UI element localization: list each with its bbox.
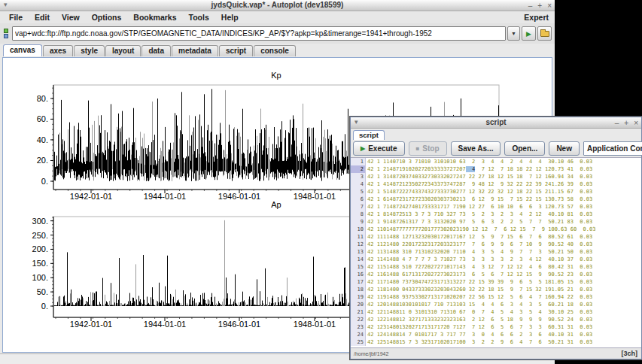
plot-title: Ap (271, 200, 281, 209)
y-tick-label: 300. (32, 217, 48, 226)
file-path-label: /home/jbf/1942 (351, 351, 621, 356)
x-tick-label: 1948-01-01 (294, 320, 336, 329)
editor-line[interactable]: 1542 1151488 510 7272027271017143 4 3 12… (351, 263, 641, 271)
caret-position-label: [3ch] (621, 350, 641, 357)
editor-line[interactable]: 2542 125148815 7 3 32317102017100 3 2 2 … (351, 338, 641, 346)
line-text: 42 1 814872513 3 7 3 710 327 73 5 2 3 2 … (366, 211, 592, 218)
expert-mode-label[interactable]: Expert (524, 13, 555, 22)
tab-metadata[interactable]: metadata (172, 45, 218, 56)
editor-line[interactable]: 1042 11014877777777201777302023190 12 12… (351, 226, 641, 233)
editor-line[interactable]: 1842 1181400 04337333023203043260 32 22 … (351, 286, 641, 293)
y-tick-label: 0. (41, 302, 48, 311)
x-tick-label: 1942-01-01 (70, 192, 112, 201)
address-bar: ▼ ▶ (0, 23, 555, 44)
address-input[interactable] (12, 26, 506, 41)
play-icon: ▶ (361, 145, 365, 152)
editor-line[interactable]: 1342 1131488 310 71310232020 7110 4 3 5 … (351, 248, 641, 256)
line-text: 42 12314801320271713171720 7127 7 12 6 5… (366, 323, 592, 331)
script-window-title: script (351, 118, 641, 126)
editor-line[interactable]: 1242 1121480 22017232317203323177 7 6 9 … (351, 241, 641, 248)
line-number: 25 (351, 338, 366, 346)
editor-line[interactable]: 1442 1141488 4 7 7 7 7 3 71027 73 3 3 3 … (351, 256, 641, 263)
editor-line[interactable]: 542 1 51487222743374327333730277 12 32 2… (351, 188, 641, 196)
tab-data[interactable]: data (141, 45, 171, 56)
minimize-button[interactable]: – (615, 120, 619, 127)
tab-canvas[interactable]: canvas (3, 44, 42, 56)
menu-help[interactable]: Help (215, 13, 245, 22)
line-number: 24 (351, 331, 366, 338)
tab-script[interactable]: script (353, 130, 385, 140)
editor-line[interactable]: 942 1 91487261317 7 3 3132020 97 5 6 3 2… (351, 218, 641, 226)
new-button[interactable]: New (549, 141, 580, 156)
editor-line[interactable]: 142 1 1140710 3 71010 3101010 63 2 3 4 4… (351, 158, 641, 165)
editor-line[interactable]: 742 1 714872427401733331717 7190 12 27 6… (351, 203, 641, 211)
editor-line[interactable]: 1942 1191488 93753302713171020207 22 56 … (351, 293, 641, 301)
line-number: 8 (351, 211, 366, 218)
tab-layout[interactable]: layout (105, 45, 141, 56)
editor-line[interactable]: 342 1 31487203740332730332027247 22 27 1… (351, 173, 641, 180)
execute-button[interactable]: ▶Execute (353, 141, 405, 156)
menu-tools[interactable]: Tools (183, 13, 215, 22)
editor-line[interactable]: 442 1 41487212350272343373747287 9 48 12… (351, 180, 641, 188)
script-editor[interactable]: 142 1 1140710 3 71010 3101010 63 2 3 4 4… (351, 157, 641, 347)
tab-axes[interactable]: axes (43, 45, 73, 56)
line-number: 11 (351, 233, 366, 241)
close-button[interactable]: × (547, 2, 552, 10)
folder-icon (540, 31, 549, 37)
editor-line[interactable]: 1742 1171480 73730474723171313227 22 15 … (351, 278, 641, 286)
script-titlebar[interactable]: ▾ script –+× (351, 117, 641, 129)
minimize-button[interactable]: – (528, 2, 533, 10)
editor-line[interactable]: 2442 124148814 7 0101717 3 717 77 3 0 4 … (351, 331, 641, 338)
editor-line[interactable]: 842 1 814872513 3 7 3 710 327 73 5 2 3 2… (351, 211, 641, 218)
menu-file[interactable]: File (3, 13, 29, 22)
application-context-button-label: Application Context (587, 144, 642, 153)
menu-bar: FileEditViewOptionsBookmarksToolsHelpExp… (0, 11, 555, 23)
menu-options[interactable]: Options (86, 13, 128, 22)
editor-line[interactable]: 2242 122148812 327171333232323163 2 12 6… (351, 316, 641, 323)
tab-script[interactable]: script (219, 45, 253, 56)
editor-line[interactable]: 242 1 21487191020272033333727207 4 7 12 … (351, 165, 641, 173)
y-tick-label: 200. (32, 244, 48, 253)
y-tick-label: 100. (32, 273, 48, 282)
editor-line[interactable]: 1642 1161488 61713172027273023173 6 5 6 … (351, 271, 641, 278)
tab-style[interactable]: style (74, 45, 105, 56)
save-as-button-label: Save As... (458, 144, 494, 153)
close-button[interactable]: × (634, 120, 638, 127)
address-dropdown-button[interactable]: ▼ (507, 26, 520, 41)
stop-button-label: Stop (422, 144, 439, 153)
play-icon: ▶ (526, 30, 531, 38)
maximize-button[interactable]: + (537, 2, 542, 10)
editor-line[interactable]: 2342 12314801320271713171720 7127 7 12 6… (351, 323, 641, 331)
line-number: 16 (351, 271, 366, 278)
save-as-button[interactable]: Save As... (451, 141, 501, 156)
y-tick-label: 60. (37, 114, 48, 123)
line-text: 42 1181400 04337333023203043260 32 22 18… (366, 286, 592, 293)
open-button[interactable]: Open... (504, 141, 545, 156)
line-text: 42 1 61487231727233020303730213 6 12 9 1… (366, 196, 592, 203)
datasource-type-icon[interactable] (3, 29, 10, 39)
editor-line[interactable]: 2042 12014881030101017 710 713103 15 4 4… (351, 301, 641, 308)
plot-go-button[interactable]: ▶ (522, 26, 536, 41)
editor-line[interactable]: 642 1 61487231727233020303730213 6 12 9 … (351, 196, 641, 203)
editor-line[interactable]: 1142 1111488 12713232030172017167 12 5 9… (351, 233, 641, 241)
line-number: 15 (351, 263, 366, 271)
main-titlebar[interactable]: ▾ jydsQuick.vap* - Autoplot (dev18599) –… (0, 0, 555, 11)
menu-view[interactable]: View (56, 13, 86, 22)
line-number: 18 (351, 286, 366, 293)
open-file-button[interactable] (537, 26, 552, 41)
stop-button[interactable]: ■Stop (409, 141, 447, 156)
line-text: 42 122148812 327171333232323163 2 12 6 5… (366, 316, 592, 323)
maximize-button[interactable]: + (624, 120, 628, 127)
line-text: 42 1161488 61713172027273023173 6 5 6 7 … (366, 271, 592, 278)
x-tick-label: 1946-01-01 (218, 192, 260, 201)
line-text: 42 121148811 0 3101310 71310 67 0 7 4 5 … (366, 308, 592, 316)
line-number: 22 (351, 316, 366, 323)
menu-edit[interactable]: Edit (29, 13, 56, 22)
application-context-button[interactable]: Application Context (583, 141, 642, 156)
line-number: 3 (351, 173, 366, 180)
editor-line[interactable]: 2142 121148811 0 3101310 71310 67 0 7 4 … (351, 308, 641, 316)
menu-bookmarks[interactable]: Bookmarks (127, 13, 182, 22)
line-text: 42 1 1140710 3 71010 3101010 63 2 3 4 4 … (366, 158, 592, 165)
tab-console[interactable]: console (254, 45, 296, 56)
line-number: 9 (351, 218, 366, 226)
